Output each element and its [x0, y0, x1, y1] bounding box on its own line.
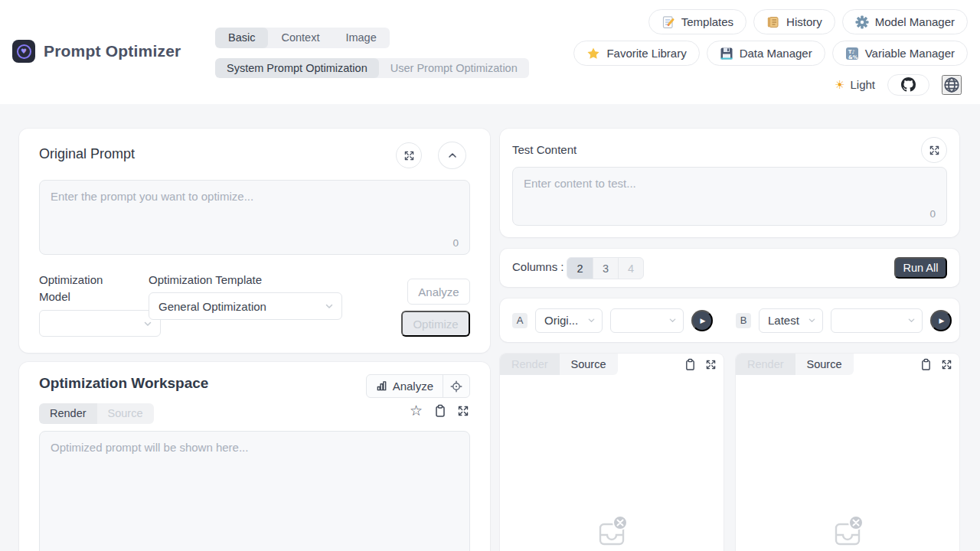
favorite-button[interactable]: ☆ — [410, 403, 423, 418]
group-a-run-button[interactable]: ▶ — [691, 310, 713, 331]
copy-button[interactable] — [684, 358, 696, 371]
memo-icon — [662, 15, 675, 29]
bar-chart-icon — [376, 380, 387, 392]
group-b-badge: B — [736, 313, 751, 328]
copy-button[interactable] — [920, 358, 932, 371]
tab-source[interactable]: Source — [560, 354, 618, 375]
header-nav: Templates History — [573, 9, 968, 96]
chevron-down-icon — [587, 316, 596, 324]
fullscreen-button[interactable] — [458, 406, 469, 416]
target-icon — [450, 380, 462, 393]
char-count: 0 — [929, 208, 936, 220]
history-button[interactable]: History — [753, 9, 835, 34]
mode-tabs: Basic Context Image — [215, 28, 390, 48]
optimize-button[interactable]: Optimize — [401, 311, 470, 337]
tab-user-prompt-optimization[interactable]: User Prompt Optimization — [379, 58, 529, 78]
tab-source[interactable]: Source — [795, 354, 854, 375]
workspace-target-button[interactable] — [443, 375, 469, 397]
chevron-down-icon — [808, 316, 816, 324]
tab-context[interactable]: Context — [268, 28, 332, 48]
tab-source[interactable]: Source — [97, 403, 154, 424]
columns-option-3[interactable]: 3 — [593, 258, 618, 279]
favorite-library-label: Favorite Library — [606, 47, 686, 60]
workspace-toolbar: ☆ — [410, 403, 469, 418]
group-b-model-select[interactable] — [831, 308, 923, 333]
theme-label: Light — [850, 78, 875, 91]
workspace-view-tabs: Render Source — [39, 403, 154, 424]
floppy-icon — [720, 47, 733, 60]
language-button[interactable] — [942, 75, 962, 95]
fullscreen-button[interactable] — [706, 360, 716, 370]
collapse-button[interactable] — [438, 142, 466, 169]
empty-state-icon — [594, 511, 629, 546]
prompt-optimizer-app: ♥ Prompt Optimizer Basic Context Image S… — [0, 0, 980, 551]
result-panel-a: Render Source — [500, 354, 724, 551]
fullscreen-button[interactable] — [921, 137, 947, 163]
variable-manager-label: Variable Manager — [865, 47, 955, 60]
columns-option-4[interactable]: 4 — [618, 258, 643, 279]
optimized-prompt-output-wrap — [39, 431, 470, 551]
fullscreen-button[interactable] — [942, 360, 952, 370]
group-b-run-button[interactable]: ▶ — [930, 310, 952, 331]
workspace-analyze-button[interactable]: Analyze — [367, 375, 443, 397]
test-content-input[interactable] — [513, 168, 946, 225]
tab-render[interactable]: Render — [500, 354, 560, 375]
templates-button[interactable]: Templates — [648, 9, 746, 34]
favorite-library-button[interactable]: Favorite Library — [573, 41, 699, 66]
tab-render[interactable]: Render — [39, 403, 97, 424]
group-b-version-select[interactable]: Latest — [759, 308, 823, 333]
globe-icon — [943, 77, 960, 93]
play-icon: ▶ — [938, 317, 945, 324]
chevron-down-icon — [325, 302, 334, 311]
variable-manager-button[interactable]: T♪ &% Variable Manager — [832, 41, 968, 66]
group-a-version-value: Origi... — [544, 314, 587, 327]
group-a-badge: A — [512, 313, 528, 328]
optimization-model-select[interactable] — [39, 310, 161, 337]
tab-image[interactable]: Image — [332, 28, 389, 48]
run-all-button[interactable]: Run All — [894, 257, 947, 279]
play-icon: ▶ — [699, 317, 706, 324]
chevron-down-icon — [143, 319, 152, 328]
optimization-template-select[interactable]: General Optimization — [149, 292, 342, 320]
clipboard-icon — [920, 358, 932, 371]
tab-system-prompt-optimization[interactable]: System Prompt Optimization — [215, 58, 379, 78]
model-manager-button[interactable]: Model Manager — [842, 9, 968, 34]
workspace-analyze-label: Analyze — [393, 380, 433, 393]
tab-basic[interactable]: Basic — [215, 28, 268, 48]
github-icon — [901, 77, 916, 92]
nav-row-2: Favorite Library Data Manager — [573, 41, 968, 66]
analyze-button[interactable]: Analyze — [407, 279, 470, 305]
expand-icon — [404, 151, 414, 161]
test-content-input-wrap: 0 — [512, 167, 947, 226]
history-label: History — [786, 15, 822, 28]
data-manager-button[interactable]: Data Manager — [707, 41, 825, 66]
utility-row: ☀ Light — [835, 73, 968, 96]
app-logo-icon: ♥ — [12, 40, 35, 63]
optimization-template-label: Optimization Template — [149, 272, 262, 289]
optimized-prompt-output[interactable] — [40, 432, 469, 551]
clipboard-icon — [434, 404, 446, 418]
workspace-title: Optimization Workspace — [39, 375, 208, 392]
result-a-toolbar — [684, 358, 716, 371]
optimization-model-label: Optimization Model — [39, 272, 123, 305]
test-content-panel: Test Content 0 — [500, 129, 959, 237]
tab-render[interactable]: Render — [736, 354, 795, 375]
chevron-down-icon — [668, 316, 677, 324]
group-a-model-select[interactable] — [610, 308, 684, 333]
columns-option-2[interactable]: 2 — [567, 258, 593, 279]
theme-toggle[interactable]: ☀ Light — [835, 78, 875, 92]
original-prompt-title: Original Prompt — [39, 146, 135, 162]
sun-icon: ☀ — [835, 78, 844, 92]
group-a-version-select[interactable]: Origi... — [535, 308, 603, 333]
result-b-view-tabs: Render Source — [736, 354, 854, 375]
expand-icon — [706, 360, 716, 370]
fullscreen-button[interactable] — [396, 142, 422, 168]
copy-button[interactable] — [434, 404, 446, 418]
columns-selector: 2 3 4 — [567, 257, 644, 279]
columns-bar: Columns : 2 3 4 Run All — [500, 249, 959, 287]
original-prompt-input[interactable] — [40, 181, 469, 254]
expand-icon — [942, 360, 952, 370]
model-manager-label: Model Manager — [875, 15, 955, 28]
github-button[interactable] — [887, 74, 929, 96]
columns-label: Columns : — [512, 260, 564, 273]
